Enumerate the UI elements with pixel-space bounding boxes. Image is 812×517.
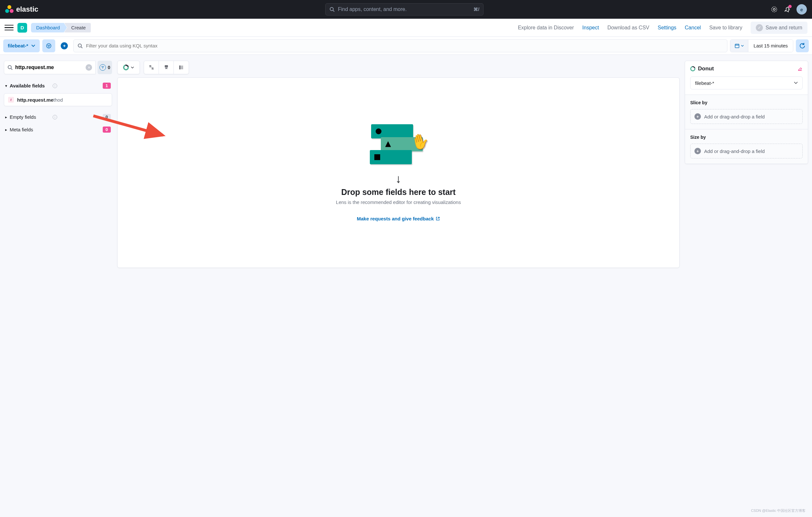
save-library-link[interactable]: Save to library <box>709 25 742 31</box>
available-fields-label: Available fields <box>10 83 50 88</box>
data-view-picker[interactable]: filebeat-* <box>3 39 40 52</box>
logo-mark-icon <box>5 5 13 13</box>
plus-icon: + <box>694 113 701 120</box>
slice-by-label: Slice by <box>690 100 803 105</box>
chevron-down-icon: ▾ <box>5 84 7 88</box>
svg-point-2 <box>772 7 777 12</box>
breadcrumb-dashboard[interactable]: Dashboard <box>31 23 67 33</box>
svg-line-15 <box>11 68 12 70</box>
refresh-icon <box>800 43 805 49</box>
brand-text: elastic <box>16 5 38 13</box>
app-badge[interactable]: D <box>18 23 27 33</box>
download-csv-link[interactable]: Download as CSV <box>607 25 649 31</box>
help-icon[interactable] <box>771 6 778 13</box>
svg-point-14 <box>8 65 11 69</box>
available-fields-header[interactable]: ▾ Available fields i 1 <box>4 80 112 92</box>
visualization-canvas: ✋ ↓ Drop some fields here to start Lens … <box>117 61 679 268</box>
text-icon <box>149 65 154 70</box>
labels-option-button[interactable] <box>144 61 159 74</box>
svg-point-8 <box>78 44 81 47</box>
save-return-button[interactable]: ✓ Save and return <box>751 22 808 34</box>
clear-search-icon[interactable]: ✕ <box>86 64 92 71</box>
svg-line-1 <box>333 10 334 11</box>
display-options <box>144 61 189 74</box>
slice-by-drop-target[interactable]: + Add or drag-and-drop a field <box>690 109 803 124</box>
user-avatar[interactable]: e <box>796 4 807 14</box>
fields-panel: ✕ 0 ▾ Available fields i 1 t http.reques… <box>4 61 112 136</box>
size-by-drop-target[interactable]: + Add or drag-and-drop a field <box>690 144 803 158</box>
clear-layer-icon[interactable] <box>798 66 803 71</box>
app-header: D Dashboard Create Explore data in Disco… <box>0 19 812 37</box>
breadcrumb-create: Create <box>64 23 91 33</box>
drop-subtitle: Lens is the recommended editor for creat… <box>336 200 461 205</box>
kql-query-bar[interactable] <box>73 39 727 52</box>
elastic-logo[interactable]: elastic <box>5 5 38 13</box>
save-return-label: Save and return <box>765 25 802 31</box>
breadcrumb: Dashboard Create <box>31 23 91 33</box>
inspect-link[interactable]: Inspect <box>582 25 599 31</box>
chart-type-selector[interactable] <box>117 61 140 74</box>
field-type-filter-button[interactable]: 0 <box>97 61 112 74</box>
time-picker-quick[interactable] <box>730 40 748 52</box>
saved-query-button[interactable] <box>42 39 55 52</box>
filter-icon <box>99 64 106 71</box>
slice-by-placeholder: Add or drag-and-drop a field <box>704 114 765 119</box>
config-panel: Donut filebeat-* Slice by + Add or drag-… <box>685 61 808 164</box>
meta-fields-label: Meta fields <box>10 127 54 132</box>
slice-by-section: Slice by + Add or drag-and-drop a field <box>685 95 808 129</box>
cancel-link[interactable]: Cancel <box>685 25 701 31</box>
filter-icon <box>46 43 52 49</box>
empty-fields-header[interactable]: ▸ Empty fields i 0 <box>4 111 112 123</box>
drop-zone[interactable]: ✋ ↓ Drop some fields here to start Lens … <box>117 78 679 268</box>
empty-fields-count: 0 <box>103 114 111 120</box>
svg-line-9 <box>81 47 82 48</box>
feedback-link[interactable]: Make requests and give feedback <box>357 216 440 221</box>
field-filter-count: 0 <box>108 65 111 70</box>
empty-fields-label: Empty fields <box>10 114 50 120</box>
field-search-box[interactable]: ✕ <box>4 61 96 74</box>
svg-point-27 <box>180 67 180 68</box>
field-item-http-request-method[interactable]: t http.request.method <box>4 93 112 106</box>
chevron-right-icon: ▸ <box>5 127 7 132</box>
explore-link[interactable]: Explore data in Discover <box>518 25 574 31</box>
brush-option-button[interactable] <box>159 61 174 74</box>
time-picker[interactable]: Last 15 minutes <box>730 39 793 52</box>
layer-data-view-select[interactable]: filebeat-* <box>690 77 803 89</box>
search-icon <box>329 7 335 12</box>
calendar-icon <box>734 43 740 49</box>
donut-icon <box>122 64 130 72</box>
kql-input[interactable] <box>86 43 723 49</box>
svg-point-25 <box>180 66 180 67</box>
search-shortcut: ⌘/ <box>473 7 479 12</box>
settings-link[interactable]: Settings <box>658 25 676 31</box>
chevron-down-icon <box>31 44 35 47</box>
meta-fields-header[interactable]: ▸ Meta fields 0 <box>4 123 112 136</box>
time-range-display[interactable]: Last 15 minutes <box>748 40 793 52</box>
field-search-input[interactable] <box>15 65 83 70</box>
global-search-input[interactable] <box>338 6 470 12</box>
info-icon[interactable]: i <box>53 115 57 119</box>
search-icon <box>78 43 83 49</box>
search-icon <box>7 65 12 70</box>
popout-icon <box>436 217 440 221</box>
chevron-down-icon <box>131 66 134 68</box>
data-view-label: filebeat-* <box>8 43 28 49</box>
filter-bar: filebeat-* + Last 15 minutes <box>0 37 812 55</box>
nav-toggle-icon[interactable] <box>4 23 13 32</box>
global-search[interactable]: ⌘/ <box>325 3 484 16</box>
field-name: http.request.method <box>17 97 63 103</box>
add-filter-button[interactable]: + <box>58 39 71 52</box>
drop-title: Drop some fields here to start <box>341 187 456 197</box>
global-header: elastic ⌘/ e <box>0 0 812 19</box>
size-by-placeholder: Add or drag-and-drop a field <box>704 148 765 154</box>
settings-option-button[interactable] <box>174 61 188 74</box>
chevron-down-icon <box>741 45 744 47</box>
svg-rect-10 <box>735 44 739 48</box>
info-icon[interactable]: i <box>53 84 57 88</box>
refresh-button[interactable] <box>796 39 809 52</box>
check-icon: ✓ <box>756 24 763 31</box>
layer-data-view-label: filebeat-* <box>695 80 714 86</box>
newsfeed-icon[interactable] <box>784 6 791 13</box>
chevron-right-icon: ▸ <box>5 115 7 119</box>
chevron-down-icon <box>794 82 798 84</box>
